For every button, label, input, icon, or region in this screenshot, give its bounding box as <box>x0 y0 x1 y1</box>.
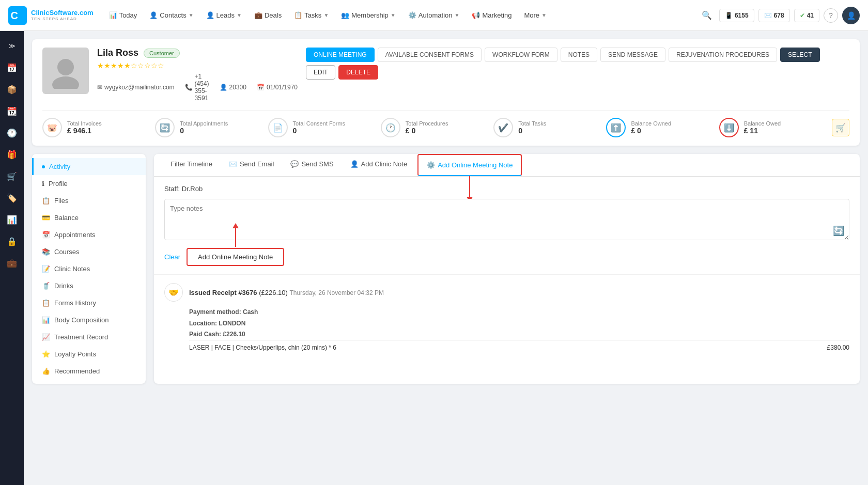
patient-id: 👤 20300 <box>220 73 246 102</box>
nav-drinks[interactable]: 🥤 Drinks <box>32 277 146 294</box>
procedures-label: Total Procedures <box>406 120 448 127</box>
tab-add-clinic-note[interactable]: 👤 Add Clinic Note <box>342 154 416 176</box>
svg-point-3 <box>52 76 79 89</box>
tab-online-meeting[interactable]: ONLINE MEETING <box>306 48 375 62</box>
clear-button[interactable]: Clear <box>164 253 180 261</box>
procedures-icon: 🕐 <box>381 118 400 137</box>
add-online-meeting-note-button[interactable]: Add Online Meeting Note <box>187 248 284 266</box>
nav-contacts[interactable]: 👤 Contacts ▼ <box>144 8 198 22</box>
procedures-value: £ 0 <box>406 127 448 135</box>
bottom-layout: Activity ℹ Profile 📋 Files 💳 Balance 📅 A… <box>32 154 860 384</box>
left-nav: Activity ℹ Profile 📋 Files 💳 Balance 📅 A… <box>32 154 146 384</box>
select-button[interactable]: SELECT <box>780 48 820 62</box>
receipt-icon: 🤝 <box>164 283 183 302</box>
consent-icon: 📄 <box>268 118 288 137</box>
search-button[interactable]: 🔍 <box>699 7 715 23</box>
sidebar-expand[interactable]: ≫ <box>2 36 22 56</box>
nav-treatment-record[interactable]: 📈 Treatment Record <box>32 328 146 346</box>
nav-profile[interactable]: ℹ Profile <box>32 175 146 192</box>
nav-today[interactable]: 📊 Today <box>104 8 143 22</box>
logo[interactable]: C ClinicSoftware.com TEN STEPS AHEAD <box>8 6 94 25</box>
phone-badge[interactable]: 📱 6155 <box>719 9 754 22</box>
edit-button[interactable]: EDIT <box>306 65 335 80</box>
tab-send-message[interactable]: SEND MESSAGE <box>600 48 665 62</box>
tab-notes[interactable]: NOTES <box>561 48 597 62</box>
sidebar-briefcase[interactable]: 💼 <box>2 253 22 273</box>
staff-label: Staff: Dr.Rob <box>164 185 849 193</box>
tab-consent-forms[interactable]: AVAILABLE CONSENT FORMS <box>378 48 482 62</box>
svg-point-2 <box>57 59 74 75</box>
nav-membership[interactable]: 👥 Membership ▼ <box>336 8 400 22</box>
nav-activity[interactable]: Activity <box>32 158 146 175</box>
sidebar-clock[interactable]: 🕐 <box>2 123 22 143</box>
sidebar-date[interactable]: 📆 <box>2 101 22 121</box>
nav-automation[interactable]: ⚙️ Automation ▼ <box>403 8 465 22</box>
sidebar-chart[interactable]: 📊 <box>2 210 22 229</box>
user-avatar[interactable]: 👤 <box>842 7 860 24</box>
patient-phone: 📞 +1 (454) 355-3591 <box>185 73 209 102</box>
tasks-label: Total Tasks <box>518 120 546 127</box>
tab-filter-timeline[interactable]: Filter Timeline <box>162 154 221 176</box>
refresh-icon[interactable]: 🔄 <box>833 225 844 237</box>
tab-add-online-meeting-note[interactable]: ⚙️ Add Online Meeting Note <box>417 154 522 176</box>
sidebar-gift[interactable]: 🎁 <box>2 145 22 164</box>
patient-email: ✉ wygykoz@mailinator.com <box>97 73 175 102</box>
stat-appointments: 🔄 Total Appointments 0 <box>155 118 257 137</box>
nav-deals[interactable]: 💼 Deals <box>249 8 287 22</box>
sidebar-tag[interactable]: 🏷️ <box>2 188 22 208</box>
nav-forms-history[interactable]: 📋 Forms History <box>32 294 146 311</box>
sidebar-calendar[interactable]: 📅 <box>2 58 22 77</box>
nav-tasks[interactable]: 📋 Tasks ▼ <box>289 8 334 22</box>
patient-meta: ✉ wygykoz@mailinator.com 📞 +1 (454) 355-… <box>97 73 298 102</box>
help-button[interactable]: ? <box>824 8 838 23</box>
tab-send-sms[interactable]: 💬 Send SMS <box>282 154 342 176</box>
receipt-title-area: Issued Receipt #3676 (£226.10) Thursday,… <box>189 289 384 296</box>
invoices-value: £ 946.1 <box>67 127 102 135</box>
balance-owned-icon: ⬆️ <box>606 118 626 137</box>
sidebar-cart[interactable]: 🛒 <box>2 166 22 186</box>
tab-rejuvenation[interactable]: REJUVENATION PROCEDURES <box>669 48 777 62</box>
invoices-label: Total Invoices <box>67 120 102 127</box>
receipt-section: 🤝 Issued Receipt #3676 (£226.10) Thursda… <box>154 274 860 363</box>
tab-workflow-form[interactable]: WORKFLOW FORM <box>485 48 557 62</box>
nav-body-composition[interactable]: 📊 Body Composition <box>32 311 146 328</box>
patient-stars: ★★★★★☆☆☆☆☆ <box>97 61 298 70</box>
balance-owned-value: £ 0 <box>631 127 671 135</box>
stat-consent-forms: 📄 Total Consent Forms 0 <box>268 118 370 137</box>
cart-button[interactable]: 🛒 <box>832 119 849 136</box>
top-navigation: C ClinicSoftware.com TEN STEPS AHEAD 📊 T… <box>0 0 868 31</box>
nav-balance[interactable]: 💳 Balance <box>32 209 146 226</box>
nav-marketing[interactable]: 📢 Marketing <box>467 8 517 22</box>
activity-dot <box>42 165 45 168</box>
note-textarea[interactable] <box>164 199 849 240</box>
logo-tagline: TEN STEPS AHEAD <box>31 17 94 21</box>
balance-owed-value: £ 11 <box>744 127 781 135</box>
patient-info: Lila Ross Customer ★★★★★☆☆☆☆☆ ✉ wygykoz@… <box>97 48 298 102</box>
tasks-badge[interactable]: ✔ 41 <box>794 9 819 22</box>
nav-recommended[interactable]: 👍 Recommended <box>32 363 146 380</box>
main-content: Lila Ross Customer ★★★★★☆☆☆☆☆ ✉ wygykoz@… <box>24 31 868 392</box>
nav-leads[interactable]: 👤 Leads ▼ <box>201 8 247 22</box>
sidebar-lock[interactable]: 🔒 <box>2 231 22 251</box>
balance-owed-label: Balance Owed <box>744 120 781 127</box>
stat-balance-owed: ⬇️ Balance Owed £ 11 <box>719 118 822 137</box>
patient-name: Lila Ross <box>97 48 138 58</box>
stat-total-invoices: 🐷 Total Invoices £ 946.1 <box>42 118 145 137</box>
nav-right-area: 🔍 📱 6155 ✉️ 678 ✔ 41 ? 👤 <box>699 7 860 24</box>
delete-button[interactable]: DELETE <box>338 65 378 80</box>
sidebar-box[interactable]: 📦 <box>2 80 22 99</box>
nav-clinic-notes[interactable]: 📝 Clinic Notes <box>32 260 146 277</box>
appointments-label: Total Appointments <box>180 120 228 127</box>
tab-send-email[interactable]: ✉️ Send Email <box>221 154 282 176</box>
nav-appointments[interactable]: 📅 Appointments <box>32 226 146 243</box>
receipt-location: Location: LONDON <box>189 318 849 330</box>
consent-value: 0 <box>293 127 345 135</box>
balance-owned-label: Balance Owned <box>631 120 671 127</box>
nav-courses[interactable]: 📚 Courses <box>32 243 146 260</box>
nav-more[interactable]: More ▼ <box>519 8 552 22</box>
stats-row: 🐷 Total Invoices £ 946.1 🔄 Total Appoint… <box>42 110 849 137</box>
note-actions: Clear Add Online Meeting Note <box>164 248 849 266</box>
nav-loyalty-points[interactable]: ⭐ Loyalty Points <box>32 346 146 363</box>
nav-files[interactable]: 📋 Files <box>32 192 146 209</box>
email-badge[interactable]: ✉️ 678 <box>758 9 790 22</box>
